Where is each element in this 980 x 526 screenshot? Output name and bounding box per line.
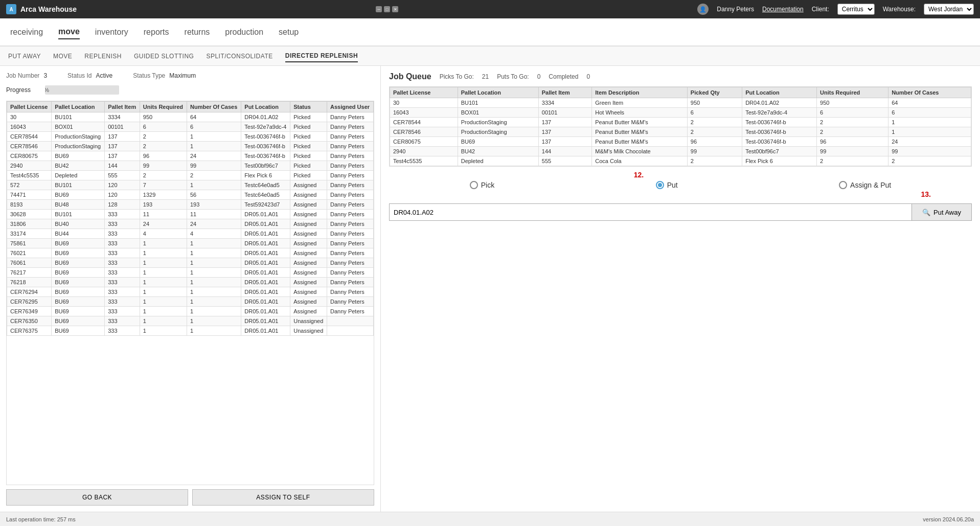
- table-cell: BU69: [52, 248, 105, 258]
- table-cell: CER76375: [7, 326, 52, 336]
- table-cell: 144: [105, 161, 140, 171]
- table-cell: 24: [187, 219, 241, 229]
- table-cell: BU69: [52, 297, 105, 307]
- table-row[interactable]: 74471BU69120132956Testc64e0ad5AssignedDa…: [7, 190, 374, 200]
- table-row[interactable]: 8193BU48128193193Test592423d7AssignedDan…: [7, 200, 374, 210]
- table-cell: BOX01: [52, 122, 105, 132]
- queue-table-cell: ProductionStaging: [458, 118, 538, 127]
- go-back-button[interactable]: GO BACK: [6, 489, 188, 506]
- table-row[interactable]: CER78546ProductionStaging13721Test-00367…: [7, 142, 374, 151]
- right-panel: Job Queue Picks To Go: 21 Puts To Go: 0 …: [381, 66, 980, 512]
- assign-to-self-button[interactable]: ASSIGN TO SELF: [192, 489, 374, 506]
- queue-table-cell: 99: [687, 147, 742, 156]
- queue-table-cell: Test-92e7a9dc-4: [742, 108, 817, 118]
- subnav-guided-slotting[interactable]: GUIDED SLOTTING: [134, 51, 194, 62]
- radio-pick[interactable]: Pick: [470, 181, 494, 189]
- queue-table-row[interactable]: 30BU1013334Green Item950DR04.01.A0295064: [390, 98, 971, 108]
- table-cell: Assigned: [290, 180, 327, 190]
- table-row[interactable]: CER78544ProductionStaging13721Test-00367…: [7, 132, 374, 142]
- radio-put[interactable]: Put: [656, 181, 678, 189]
- queue-table-row[interactable]: CER80675BU69137Peanut Butter M&M's96Test…: [390, 137, 971, 147]
- table-row[interactable]: 2940BU421449999Test00bf96c7PickedDanny P…: [7, 161, 374, 171]
- putaway-input[interactable]: [389, 203, 912, 221]
- queue-table-row[interactable]: CER78544ProductionStaging137Peanut Butte…: [390, 118, 971, 127]
- table-cell: DR05.01.A01: [241, 326, 290, 336]
- minimize-btn[interactable]: ─: [376, 6, 382, 12]
- table-cell: DR05.01.A01: [241, 268, 290, 278]
- subnav-move[interactable]: MOVE: [53, 51, 72, 62]
- table-row[interactable]: CER76294BU6933311DR05.01.A01AssignedDann…: [7, 287, 374, 297]
- table-row[interactable]: CER76349BU6933311DR05.01.A01AssignedDann…: [7, 307, 374, 316]
- radio-assign-put[interactable]: Assign & Put: [839, 181, 891, 189]
- table-row[interactable]: 76217BU6933311DR05.01.A01AssignedDanny P…: [7, 268, 374, 278]
- nav-setup[interactable]: setup: [279, 26, 299, 39]
- progress-bar: 0%: [45, 85, 119, 95]
- queue-table-cell: Green Item: [592, 98, 688, 108]
- table-row[interactable]: 30BU101333495064DR04.01.A02PickedDanny P…: [7, 112, 374, 122]
- restore-btn[interactable]: □: [384, 6, 390, 12]
- putaway-button[interactable]: 🔍 Put Away: [912, 203, 972, 221]
- table-cell: Assigned: [290, 239, 327, 248]
- close-btn[interactable]: ✕: [392, 6, 398, 12]
- queue-table-cell: CER78546: [390, 127, 458, 137]
- table-row[interactable]: CER76375BU6933311DR05.01.A01Unassigned: [7, 326, 374, 336]
- queue-table-cell: 2940: [390, 147, 458, 156]
- table-cell: 30: [7, 112, 52, 122]
- queue-table-cell: Peanut Butter M&M's: [592, 137, 688, 147]
- table-row[interactable]: 30628BU1013331111DR05.01.A01AssignedDann…: [7, 210, 374, 219]
- table-cell: 333: [105, 268, 140, 278]
- table-row[interactable]: 572BU10112071Testc64e0ad5AssignedDanny P…: [7, 180, 374, 190]
- table-row[interactable]: 33174BU4433344DR05.01.A01AssignedDanny P…: [7, 229, 374, 239]
- subnav-replenish[interactable]: REPLENISH: [84, 51, 122, 62]
- warehouse-select[interactable]: West Jordan: [924, 4, 974, 15]
- table-cell: CER76295: [7, 297, 52, 307]
- qcol-picked-qty: Picked Qty: [687, 87, 742, 98]
- table-row[interactable]: CER76350BU6933311DR05.01.A01Unassigned: [7, 316, 374, 326]
- job-queue-header: Job Queue Picks To Go: 21 Puts To Go: 0 …: [389, 72, 972, 81]
- queue-table-row[interactable]: CER78546ProductionStaging137Peanut Butte…: [390, 127, 971, 137]
- table-cell: Test-0036746f-b: [241, 142, 290, 151]
- table-cell: 333: [105, 316, 140, 326]
- nav-inventory[interactable]: inventory: [95, 26, 128, 39]
- nav-production[interactable]: production: [225, 26, 263, 39]
- queue-table-row[interactable]: Test4c5535Depleted555Coca Cola2Flex Pick…: [390, 156, 971, 166]
- documentation-link[interactable]: Documentation: [762, 6, 804, 13]
- queue-table-cell: 3334: [538, 98, 592, 108]
- subnav-put-away[interactable]: PUT AWAY: [8, 51, 41, 62]
- table-cell: 16043: [7, 122, 52, 132]
- queue-table-row[interactable]: 16043BOX0100101Hot Wheels6Test-92e7a9dc-…: [390, 108, 971, 118]
- table-row[interactable]: CER80675BU691379624Test-0036746f-bPicked…: [7, 151, 374, 161]
- table-row[interactable]: 76061BU6933311DR05.01.A01AssignedDanny P…: [7, 258, 374, 268]
- table-cell: 1: [140, 307, 187, 316]
- table-cell: 99: [140, 161, 187, 171]
- table-cell: Danny Peters: [327, 142, 374, 151]
- client-select[interactable]: Cerritus: [837, 4, 875, 15]
- table-row[interactable]: Test4c5535Depleted55522Flex Pick 6Picked…: [7, 171, 374, 180]
- table-cell: 64: [187, 112, 241, 122]
- table-cell: 1: [140, 278, 187, 287]
- col-pallet-license: Pallet License: [7, 102, 52, 112]
- table-row[interactable]: 75861BU6933311DR05.01.A01AssignedDanny P…: [7, 239, 374, 248]
- table-row[interactable]: CER76295BU6933311DR05.01.A01AssignedDann…: [7, 297, 374, 307]
- table-row[interactable]: 76218BU6933311DR05.01.A01AssignedDanny P…: [7, 278, 374, 287]
- table-cell: BU69: [52, 278, 105, 287]
- nav-move[interactable]: move: [58, 25, 80, 39]
- table-row[interactable]: 16043BOX010010166Test-92e7a9dc-4PickedDa…: [7, 122, 374, 132]
- table-cell: 30628: [7, 210, 52, 219]
- nav-returns[interactable]: returns: [185, 26, 210, 39]
- subnav-directed-replenish[interactable]: DIRECTED REPLENISH: [285, 50, 358, 62]
- table-cell: 4: [187, 229, 241, 239]
- table-row[interactable]: 76021BU6933311DR05.01.A01AssignedDanny P…: [7, 248, 374, 258]
- table-cell: Danny Peters: [327, 122, 374, 132]
- queue-table-row[interactable]: 2940BU42144M&M's Milk Chocolate99Test00b…: [390, 147, 971, 156]
- table-cell: 2940: [7, 161, 52, 171]
- table-cell: Danny Peters: [327, 307, 374, 316]
- table-cell: 56: [187, 190, 241, 200]
- statusbar: Last operation time: 257 ms version 2024…: [0, 512, 980, 526]
- job-number-value: 3: [43, 72, 47, 79]
- table-row[interactable]: 31806BU403332424DR05.01.A01AssignedDanny…: [7, 219, 374, 229]
- queue-table-cell: 2: [817, 127, 888, 137]
- nav-reports[interactable]: reports: [144, 26, 169, 39]
- nav-receiving[interactable]: receiving: [10, 26, 43, 39]
- subnav-split-consolidate[interactable]: SPLIT/CONSOLIDATE: [206, 51, 272, 62]
